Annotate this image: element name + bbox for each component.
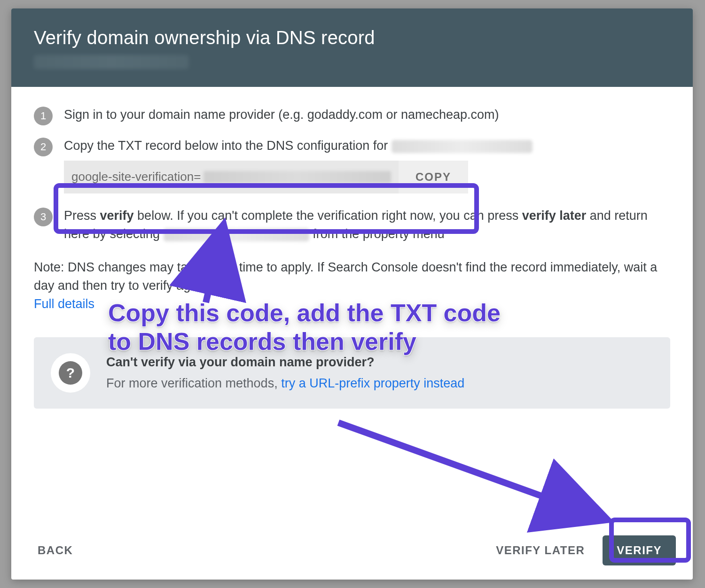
txt-record-prefix: google-site-verification= bbox=[71, 168, 201, 186]
redacted-domain bbox=[34, 55, 189, 69]
step-1-text: Sign in to your domain name provider (e.… bbox=[64, 106, 670, 124]
verify-later-button[interactable]: VERIFY LATER bbox=[492, 539, 588, 562]
dialog-title: Verify domain ownership via DNS record bbox=[34, 27, 670, 48]
url-prefix-link[interactable]: try a URL-prefix property instead bbox=[281, 376, 464, 390]
help-title: Can't verify via your domain name provid… bbox=[106, 353, 653, 371]
txt-record-value[interactable]: google-site-verification= bbox=[64, 161, 399, 193]
step-3: 3 Press verify below. If you can't compl… bbox=[34, 207, 670, 243]
step-3-text: Press verify below. If you can't complet… bbox=[64, 207, 670, 243]
dns-note: Note: DNS changes may take some time to … bbox=[34, 258, 670, 313]
step-2: 2 Copy the TXT record below into the DNS… bbox=[34, 137, 670, 195]
verify-button[interactable]: VERIFY bbox=[603, 535, 676, 565]
txt-record-block: google-site-verification= COPY bbox=[64, 161, 468, 193]
help-icon: ? bbox=[59, 361, 82, 385]
step-badge-2: 2 bbox=[34, 138, 53, 156]
actions-right: VERIFY LATER VERIFY bbox=[492, 535, 676, 565]
verify-domain-dialog: Verify domain ownership via DNS record 1… bbox=[11, 8, 693, 580]
dialog-actions: BACK VERIFY LATER VERIFY bbox=[11, 523, 693, 580]
copy-button[interactable]: COPY bbox=[399, 161, 468, 193]
step-2-prefix: Copy the TXT record below into the DNS c… bbox=[64, 139, 392, 153]
redacted-token bbox=[204, 171, 391, 183]
full-details-link[interactable]: Full details bbox=[34, 295, 670, 313]
dialog-body: 1 Sign in to your domain name provider (… bbox=[11, 87, 693, 523]
dns-note-text: Note: DNS changes may take some time to … bbox=[34, 258, 670, 295]
redacted-domain-inline-2 bbox=[164, 228, 309, 241]
redacted-domain-inline bbox=[392, 140, 533, 153]
back-button[interactable]: BACK bbox=[34, 539, 77, 562]
help-texts: Can't verify via your domain name provid… bbox=[106, 353, 653, 393]
help-sub: For more verification methods, try a URL… bbox=[106, 374, 653, 393]
step-1: 1 Sign in to your domain name provider (… bbox=[34, 106, 670, 125]
step-badge-1: 1 bbox=[34, 107, 53, 125]
dialog-header: Verify domain ownership via DNS record bbox=[11, 8, 693, 87]
step-badge-3: 3 bbox=[34, 208, 53, 226]
help-panel: ? Can't verify via your domain name prov… bbox=[34, 337, 670, 409]
step-2-text: Copy the TXT record below into the DNS c… bbox=[64, 137, 670, 195]
help-icon-wrap: ? bbox=[51, 353, 90, 393]
